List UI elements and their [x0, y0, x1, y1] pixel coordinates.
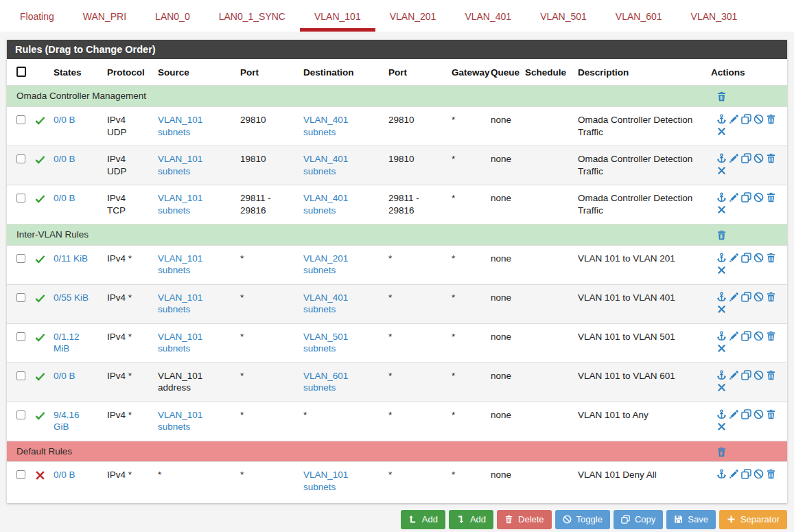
tab-vlan_601[interactable]: VLAN_601 — [601, 8, 677, 32]
tab-lan0_0[interactable]: LAN0_0 — [141, 8, 205, 32]
row-checkbox[interactable] — [16, 371, 25, 380]
edit-icon[interactable] — [729, 370, 739, 380]
edit-icon[interactable] — [729, 153, 739, 163]
delete-icon[interactable] — [766, 370, 776, 380]
states-link[interactable]: 0/11 KiB — [54, 253, 88, 265]
copy-icon[interactable] — [741, 114, 751, 124]
anchor-icon[interactable] — [716, 331, 727, 341]
toggle-button[interactable]: Toggle — [555, 510, 610, 529]
disable-icon[interactable] — [754, 114, 764, 124]
remove-icon[interactable] — [716, 304, 727, 314]
row-checkbox[interactable] — [16, 470, 25, 479]
states-link[interactable]: 0/1.12 MiB — [54, 331, 93, 356]
states-link[interactable]: 9/4.16 GiB — [54, 409, 93, 434]
delete-icon[interactable] — [766, 192, 776, 203]
anchor-icon[interactable] — [716, 114, 727, 124]
source-link[interactable]: VLAN_101 subnets — [158, 153, 216, 178]
destination-link[interactable]: VLAN_101 subnets — [303, 469, 362, 494]
states-link[interactable]: 0/0 B — [54, 469, 75, 481]
anchor-icon[interactable] — [716, 153, 727, 163]
remove-icon[interactable] — [716, 265, 727, 275]
row-checkbox[interactable] — [16, 254, 25, 263]
add-rule-top-button[interactable]: Add — [401, 510, 445, 529]
source-link[interactable]: VLAN_101 subnets — [158, 114, 216, 139]
edit-icon[interactable] — [729, 409, 739, 419]
row-checkbox[interactable] — [16, 115, 25, 124]
anchor-icon[interactable] — [716, 409, 727, 419]
copy-icon[interactable] — [741, 253, 751, 263]
destination-link[interactable]: VLAN_401 subnets — [303, 192, 362, 217]
delete-icon[interactable] — [766, 292, 776, 302]
row-checkbox[interactable] — [16, 332, 25, 341]
disable-icon[interactable] — [754, 192, 764, 203]
source-link[interactable]: VLAN_101 subnets — [158, 192, 216, 217]
add-rule-bottom-button[interactable]: Add — [449, 510, 493, 529]
edit-icon[interactable] — [729, 292, 739, 302]
remove-icon[interactable] — [716, 165, 727, 176]
disable-icon[interactable] — [754, 153, 764, 163]
source-link[interactable]: VLAN_101 subnets — [158, 331, 216, 356]
anchor-icon[interactable] — [716, 192, 727, 203]
anchor-icon[interactable] — [716, 469, 727, 479]
row-checkbox[interactable] — [16, 194, 25, 203]
anchor-icon[interactable] — [716, 253, 727, 263]
select-all-checkbox[interactable] — [16, 67, 26, 77]
destination-link[interactable]: VLAN_501 subnets — [303, 331, 362, 356]
disable-icon[interactable] — [754, 469, 764, 479]
tab-vlan_401[interactable]: VLAN_401 — [450, 8, 526, 32]
anchor-icon[interactable] — [716, 292, 727, 302]
states-link[interactable]: 0/55 KiB — [54, 292, 89, 304]
states-link[interactable]: 0/0 B — [54, 370, 75, 382]
delete-separator-icon[interactable] — [716, 230, 727, 240]
destination-link[interactable]: VLAN_201 subnets — [303, 253, 362, 277]
destination-link[interactable]: VLAN_401 subnets — [303, 114, 362, 139]
disable-icon[interactable] — [754, 370, 764, 380]
source-link[interactable]: VLAN_101 subnets — [158, 409, 216, 434]
copy-icon[interactable] — [741, 153, 751, 163]
anchor-icon[interactable] — [716, 370, 727, 380]
copy-icon[interactable] — [741, 331, 751, 341]
delete-icon[interactable] — [766, 114, 776, 124]
disable-icon[interactable] — [754, 292, 764, 302]
tab-lan0_1_sync[interactable]: LAN0_1_SYNC — [205, 8, 300, 32]
separator-button[interactable]: Separator — [719, 510, 787, 529]
delete-icon[interactable] — [766, 409, 776, 419]
delete-button[interactable]: Delete — [497, 510, 552, 529]
states-link[interactable]: 0/0 B — [54, 192, 75, 205]
destination-link[interactable]: VLAN_401 subnets — [303, 292, 362, 316]
copy-icon[interactable] — [741, 192, 751, 203]
destination-link[interactable]: VLAN_401 subnets — [303, 153, 362, 178]
remove-icon[interactable] — [716, 205, 727, 215]
edit-icon[interactable] — [729, 469, 739, 479]
row-checkbox[interactable] — [16, 293, 25, 302]
copy-icon[interactable] — [741, 469, 751, 479]
copy-icon[interactable] — [741, 292, 751, 302]
tab-wan_pri[interactable]: WAN_PRI — [69, 8, 141, 32]
edit-icon[interactable] — [729, 331, 739, 341]
tab-vlan_501[interactable]: VLAN_501 — [526, 8, 601, 32]
tab-vlan_301[interactable]: VLAN_301 — [677, 8, 752, 32]
copy-icon[interactable] — [741, 409, 751, 419]
save-button[interactable]: Save — [666, 510, 716, 529]
remove-icon[interactable] — [716, 421, 727, 432]
delete-icon[interactable] — [766, 153, 776, 163]
delete-separator-icon[interactable] — [716, 91, 727, 102]
copy-button[interactable]: Copy — [614, 510, 663, 529]
edit-icon[interactable] — [729, 253, 739, 263]
disable-icon[interactable] — [754, 409, 764, 419]
tab-vlan_201[interactable]: VLAN_201 — [375, 8, 451, 32]
remove-icon[interactable] — [716, 382, 727, 393]
delete-icon[interactable] — [766, 331, 776, 341]
row-checkbox[interactable] — [16, 410, 25, 419]
copy-icon[interactable] — [741, 370, 751, 380]
disable-icon[interactable] — [754, 331, 764, 341]
tab-vlan_101[interactable]: VLAN_101 — [300, 8, 375, 32]
tab-floating[interactable]: Floating — [5, 8, 69, 32]
source-link[interactable]: VLAN_101 subnets — [158, 292, 216, 316]
delete-icon[interactable] — [766, 253, 776, 263]
delete-separator-icon[interactable] — [716, 447, 727, 457]
edit-icon[interactable] — [729, 114, 739, 124]
row-checkbox[interactable] — [16, 154, 25, 163]
source-link[interactable]: VLAN_101 subnets — [158, 253, 216, 277]
remove-icon[interactable] — [716, 343, 727, 354]
